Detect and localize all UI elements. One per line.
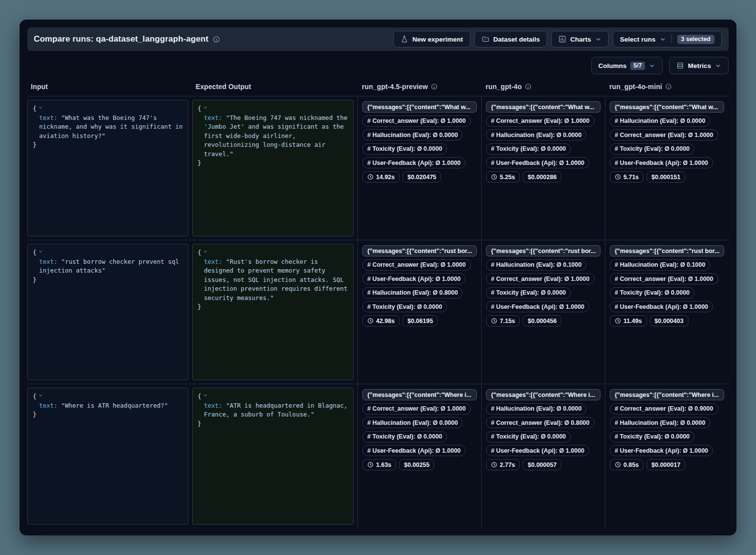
dataset-details-button[interactable]: Dataset details — [474, 31, 547, 47]
run-output-cell: {"messages":[{"content":"Where i...# Cor… — [605, 384, 729, 528]
feedback-score-chip[interactable]: # Toxicity (Eval): Ø 0.0000 — [362, 431, 447, 442]
latency-chip: 2.77s — [486, 459, 520, 470]
messages-chip[interactable]: {"messages":[{"content":"What w... — [610, 101, 724, 113]
feedback-score-chip[interactable]: # User-Feedback (Api): Ø 1.0000 — [610, 157, 713, 168]
json-key: text: — [39, 258, 58, 265]
messages-chip[interactable]: {"messages":[{"content":"rust bor... — [362, 245, 477, 256]
feedback-score-chip[interactable]: # Correct_answer (Eval): Ø 1.0000 — [486, 273, 595, 284]
feedback-score-chip[interactable]: # Toxicity (Eval): Ø 0.0000 — [362, 301, 447, 312]
feedback-score-chip[interactable]: # Correct_answer (Eval): Ø 0.9000 — [610, 403, 718, 415]
json-close-brace: } — [198, 420, 201, 427]
feedback-score-chip[interactable]: # User-Feedback (Api): Ø 1.0000 — [362, 157, 466, 168]
feedback-score-chip[interactable]: # Hallucination (Eval): Ø 0.0000 — [362, 129, 463, 140]
feedback-score-chip[interactable]: # Hallucination (Eval): Ø 0.0000 — [486, 129, 586, 140]
collapse-chevron-icon[interactable] — [38, 105, 43, 110]
feedback-score-chip[interactable]: # Hallucination (Eval): Ø 0.8000 — [362, 287, 463, 299]
feedback-score-chip[interactable]: # Toxicity (Eval): Ø 0.0000 — [362, 143, 447, 155]
charts-button[interactable]: Charts — [551, 31, 609, 47]
chevron-down-icon — [715, 63, 721, 69]
column-header-run-gpt-4o: run_gpt-4o — [481, 83, 605, 96]
collapse-chevron-icon[interactable] — [203, 105, 208, 110]
collapse-chevron-icon[interactable] — [38, 249, 43, 254]
cost-chip: $0.000057 — [523, 459, 561, 470]
feedback-score-chip[interactable]: # Hallucination (Eval): Ø 0.1000 — [486, 259, 586, 271]
column-header-label: run_gpt-4.5-preview — [362, 83, 428, 91]
clock-icon — [615, 174, 621, 180]
feedback-score-chip[interactable]: # Correct_answer (Eval): Ø 1.0000 — [486, 116, 595, 127]
feedback-score-chip[interactable]: # Toxicity (Eval): Ø 0.0000 — [610, 287, 694, 299]
feedback-score-chip[interactable]: # Correct_answer (Eval): Ø 1.0000 — [610, 273, 718, 284]
feedback-score-chip[interactable]: # User-Feedback (Api): Ø 1.0000 — [486, 157, 589, 168]
json-open-brace: { — [33, 105, 37, 112]
json-open-brace: { — [33, 249, 37, 256]
select-runs-button[interactable]: Select runs 3 selected — [613, 31, 722, 47]
feedback-score-chip[interactable]: # User-Feedback (Api): Ø 1.0000 — [610, 301, 713, 312]
json-string-value: "Where is ATR headquartered?" — [61, 402, 168, 409]
collapse-chevron-icon[interactable] — [203, 393, 208, 398]
feedback-score-chip[interactable]: # User-Feedback (Api): Ø 1.0000 — [362, 445, 466, 456]
feedback-score-chip[interactable]: # User-Feedback (Api): Ø 1.0000 — [486, 301, 589, 312]
cost-chip: $0.000151 — [646, 171, 685, 183]
collapse-chevron-icon[interactable] — [38, 393, 43, 398]
run-output-cell: {"messages":[{"content":"rust bor...# Ha… — [605, 240, 729, 384]
feedback-score-chip[interactable]: # Correct_answer (Eval): Ø 1.0000 — [362, 259, 471, 271]
feedback-score-chip[interactable]: # User-Feedback (Api): Ø 1.0000 — [486, 445, 589, 456]
column-header-label: Expected Output — [196, 83, 251, 91]
messages-chip[interactable]: {"messages":[{"content":"rust bor... — [610, 245, 724, 256]
feedback-score-chip[interactable]: # Hallucination (Eval): Ø 0.0000 — [362, 417, 463, 428]
latency-value: 2.77s — [500, 462, 515, 468]
feedback-score-chip[interactable]: # Hallucination (Eval): Ø 0.0000 — [610, 116, 710, 127]
feedback-score-chip[interactable]: # Correct_answer (Eval): Ø 1.0000 — [362, 116, 471, 127]
feedback-score-chip[interactable]: # Toxicity (Eval): Ø 0.0000 — [486, 143, 571, 155]
messages-chip[interactable]: {"messages":[{"content":"rust bor... — [486, 245, 600, 256]
feedback-score-chip[interactable]: # Toxicity (Eval): Ø 0.0000 — [610, 143, 694, 155]
metrics-button[interactable]: Metrics — [669, 57, 729, 74]
expected-output-cell[interactable]: {text: "ATR is headquartered in Blagnac,… — [192, 388, 354, 525]
feedback-score-chip[interactable]: # Hallucination (Eval): Ø 0.1000 — [610, 259, 710, 271]
run-info-icon[interactable] — [431, 83, 438, 90]
json-close-brace: } — [33, 276, 37, 283]
run-info-icon[interactable] — [525, 83, 532, 90]
json-string-value: "rust borrow checker prevent sql injecti… — [39, 258, 179, 275]
expected-output-cell[interactable]: {text: "The Boeing 747 was nicknamed the… — [192, 100, 354, 236]
cost-chip: $0.000403 — [650, 315, 689, 326]
new-experiment-button[interactable]: New experiment — [393, 31, 470, 47]
latency-value: 5.71s — [623, 174, 639, 181]
input-cell[interactable]: {text: "What was the Boeing 747's nickna… — [27, 100, 188, 236]
messages-chip[interactable]: {"messages":[{"content":"What w... — [362, 101, 477, 113]
feedback-score-chip[interactable]: # Toxicity (Eval): Ø 0.0000 — [486, 287, 571, 299]
dataset-details-label: Dataset details — [493, 36, 540, 43]
titlebar: Compare runs: qa-dataset_langgraph-agent… — [27, 27, 729, 51]
messages-chip[interactable]: {"messages":[{"content":"Where i... — [362, 389, 477, 400]
expected-output-cell[interactable]: {text: "Rust's borrow checker is designe… — [192, 244, 354, 380]
metrics-label: Metrics — [688, 62, 711, 69]
json-open-brace: { — [198, 393, 201, 400]
messages-chip[interactable]: {"messages":[{"content":"Where i... — [610, 389, 724, 400]
feedback-score-chip[interactable]: # Toxicity (Eval): Ø 0.0000 — [486, 431, 571, 442]
feedback-score-chip[interactable]: # Correct_answer (Eval): Ø 1.0000 — [362, 403, 471, 415]
json-string-value: "Rust's borrow checker is designed to pr… — [204, 258, 348, 301]
input-cell[interactable]: {text: "Where is ATR headquartered?"} — [27, 388, 188, 525]
collapse-chevron-icon[interactable] — [203, 249, 208, 254]
feedback-score-chip[interactable]: # Correct_answer (Eval): Ø 0.8000 — [486, 417, 595, 428]
run-info-icon[interactable] — [665, 83, 672, 90]
feedback-score-chip[interactable]: # Hallucination (Eval): Ø 0.0000 — [610, 417, 710, 428]
feedback-score-chip[interactable]: # User-Feedback (Api): Ø 1.0000 — [362, 273, 466, 284]
latency-value: 7.15s — [500, 318, 515, 324]
feedback-score-chip[interactable]: # User-Feedback (Api): Ø 1.0000 — [610, 445, 713, 456]
feedback-score-chip[interactable]: # Correct_answer (Eval): Ø 1.0000 — [610, 129, 718, 140]
title-info-icon[interactable] — [213, 36, 220, 43]
latency-value: 14.92s — [376, 174, 395, 181]
button-divider — [671, 35, 672, 44]
columns-button[interactable]: Columns 5/7 — [591, 57, 663, 74]
messages-chip[interactable]: {"messages":[{"content":"What w... — [486, 101, 600, 113]
titlebar-actions: New experiment Dataset details Charts Se… — [393, 31, 722, 47]
charts-label: Charts — [570, 36, 591, 43]
feedback-score-chip[interactable]: # Hallucination (Eval): Ø 0.0000 — [486, 403, 586, 415]
feedback-score-chip[interactable]: # Toxicity (Eval): Ø 0.0000 — [610, 431, 694, 442]
messages-chip[interactable]: {"messages":[{"content":"Where i... — [486, 389, 600, 400]
latency-chip: 11.49s — [610, 315, 647, 326]
columns-count-badge: 5/7 — [630, 62, 645, 70]
clock-icon — [615, 462, 621, 468]
input-cell[interactable]: {text: "rust borrow checker prevent sql … — [27, 244, 188, 380]
